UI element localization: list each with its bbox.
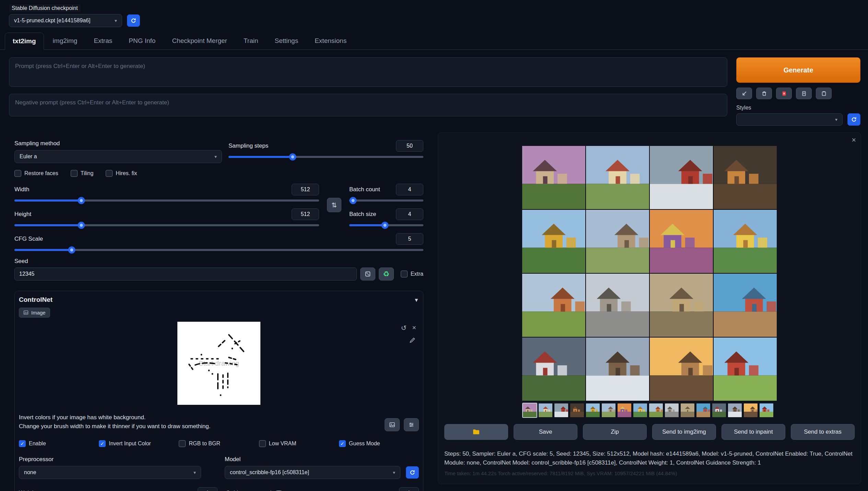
gallery-thumbnail[interactable]: [759, 403, 774, 418]
gallery-thumbnail[interactable]: [712, 403, 727, 418]
close-gallery-button[interactable]: ×: [852, 136, 856, 145]
gallery-image[interactable]: [714, 274, 777, 337]
send-to-extras-button[interactable]: Send to extras: [791, 424, 855, 440]
prompt-input[interactable]: [9, 57, 727, 87]
checkbox-box[interactable]: ✓: [339, 440, 346, 447]
refresh-checkpoint-button[interactable]: [127, 14, 140, 27]
generate-button[interactable]: Generate: [736, 57, 860, 83]
controlnet-model-select[interactable]: control_scribble-fp16 [c508311e] ▾: [225, 466, 400, 479]
controlnet-checkbox-rgb-to-bgr[interactable]: RGB to BGR: [179, 440, 259, 447]
checkbox-box[interactable]: [14, 170, 21, 177]
gallery-image[interactable]: [714, 338, 777, 401]
brush-settings-button[interactable]: [404, 418, 419, 431]
gallery-thumbnail[interactable]: [570, 403, 585, 418]
save-button[interactable]: Save: [514, 424, 577, 440]
slider-handle[interactable]: [78, 197, 85, 204]
slider-handle[interactable]: [349, 197, 356, 204]
gallery-thumbnail[interactable]: [522, 403, 537, 418]
gallery-image[interactable]: [714, 146, 777, 209]
gallery-image[interactable]: [522, 274, 585, 337]
gallery-image[interactable]: [522, 146, 585, 209]
slider-track[interactable]: [14, 199, 319, 202]
gallery-image[interactable]: [522, 210, 585, 273]
slider-handle[interactable]: [78, 222, 85, 229]
slider-track[interactable]: [349, 224, 423, 226]
seed-input[interactable]: [14, 267, 357, 281]
option-checkbox-hires-fix[interactable]: Hires. fix: [106, 170, 137, 177]
batch-count-value[interactable]: 4: [396, 184, 423, 195]
gallery-thumbnail[interactable]: [617, 403, 632, 418]
clear-prompt-button[interactable]: [756, 88, 772, 99]
gallery-image[interactable]: [522, 338, 585, 401]
checkpoint-select[interactable]: v1-5-pruned.ckpt [e1441589a6] ▾: [9, 14, 122, 27]
checkbox-box[interactable]: [106, 170, 113, 177]
checkbox-box[interactable]: [71, 170, 78, 177]
controlnet-checkbox-guess-mode[interactable]: ✓Guess Mode: [339, 440, 419, 447]
undo-icon[interactable]: ↺: [401, 324, 407, 332]
gallery-image[interactable]: [586, 274, 649, 337]
cfg-scale-value[interactable]: 5: [396, 233, 423, 245]
clear-canvas-icon[interactable]: ×: [412, 324, 416, 332]
gallery-image[interactable]: [650, 338, 713, 401]
gallery-thumbnail[interactable]: [727, 403, 742, 418]
send-to-inpaint-button[interactable]: Send to inpaint: [722, 424, 785, 440]
gallery-image[interactable]: [650, 274, 713, 337]
send-to-img2img-button[interactable]: Send to img2img: [652, 424, 716, 440]
tab-settings[interactable]: Settings: [267, 33, 306, 49]
refresh-styles-button[interactable]: [847, 113, 860, 126]
styles-select[interactable]: ▾: [736, 113, 843, 126]
tab-png-info[interactable]: PNG Info: [121, 33, 163, 49]
new-canvas-button[interactable]: [385, 418, 400, 431]
zip-button[interactable]: Zip: [583, 424, 647, 440]
slider-handle[interactable]: [289, 153, 296, 161]
checkbox-box[interactable]: [179, 440, 186, 447]
gallery-thumbnail[interactable]: [633, 403, 648, 418]
random-seed-button[interactable]: [360, 267, 375, 281]
gallery-image[interactable]: [650, 146, 713, 209]
slider-track[interactable]: [228, 156, 423, 158]
tab-train[interactable]: Train: [236, 33, 266, 49]
preprocessor-select[interactable]: none ▾: [19, 466, 201, 479]
checkbox-box[interactable]: ✓: [19, 440, 26, 447]
guidance-strength-value[interactable]: 1: [399, 487, 419, 491]
save-style-button[interactable]: [796, 88, 812, 99]
tab-img2img[interactable]: img2img: [45, 33, 85, 49]
gallery-image[interactable]: [586, 210, 649, 273]
reuse-seed-button[interactable]: ♻: [379, 267, 394, 281]
refresh-models-button[interactable]: [406, 466, 419, 479]
sampling-steps-value[interactable]: 50: [396, 140, 423, 152]
swap-width-height-button[interactable]: ⇅: [327, 198, 341, 212]
controlnet-canvas-zone[interactable]: Start drawing: [19, 319, 419, 410]
brush-icon[interactable]: [409, 337, 415, 345]
gallery-thumbnail[interactable]: [538, 403, 553, 418]
gallery-image[interactable]: [586, 338, 649, 401]
gallery-thumbnail[interactable]: [680, 403, 695, 418]
apply-style-button[interactable]: [816, 88, 832, 99]
checkbox-box[interactable]: [259, 440, 266, 447]
slider-handle[interactable]: [381, 222, 388, 229]
slider-track[interactable]: [349, 199, 423, 202]
gallery-thumbnail[interactable]: [554, 403, 569, 418]
checkbox-box[interactable]: [401, 271, 408, 277]
extra-seed-checkbox[interactable]: Extra: [401, 271, 423, 277]
gallery-thumbnail[interactable]: [664, 403, 679, 418]
gallery-image[interactable]: [714, 210, 777, 273]
controlnet-checkbox-invert-input-color[interactable]: ✓Invert Input Color: [99, 440, 179, 447]
option-checkbox-tiling[interactable]: Tiling: [71, 170, 94, 177]
checkbox-box[interactable]: ✓: [99, 440, 106, 447]
slider-track[interactable]: [14, 224, 319, 226]
gallery-thumbnail[interactable]: [601, 403, 616, 418]
controlnet-checkbox-low-vram[interactable]: Low VRAM: [259, 440, 339, 447]
negative-prompt-input[interactable]: [9, 94, 727, 116]
weight-value[interactable]: 1: [198, 487, 218, 491]
slider-track[interactable]: [14, 249, 423, 251]
style-card-button[interactable]: [776, 88, 792, 99]
open-folder-button[interactable]: [444, 424, 508, 440]
gallery-image[interactable]: [586, 146, 649, 209]
tab-checkpoint-merger[interactable]: Checkpoint Merger: [164, 33, 235, 49]
sampling-method-select[interactable]: Euler a ▾: [14, 150, 222, 163]
tab-txt2img[interactable]: txt2img: [5, 33, 44, 50]
height-value[interactable]: 512: [292, 208, 319, 220]
slider-handle[interactable]: [68, 247, 75, 254]
scribble-canvas[interactable]: Start drawing: [177, 322, 260, 405]
